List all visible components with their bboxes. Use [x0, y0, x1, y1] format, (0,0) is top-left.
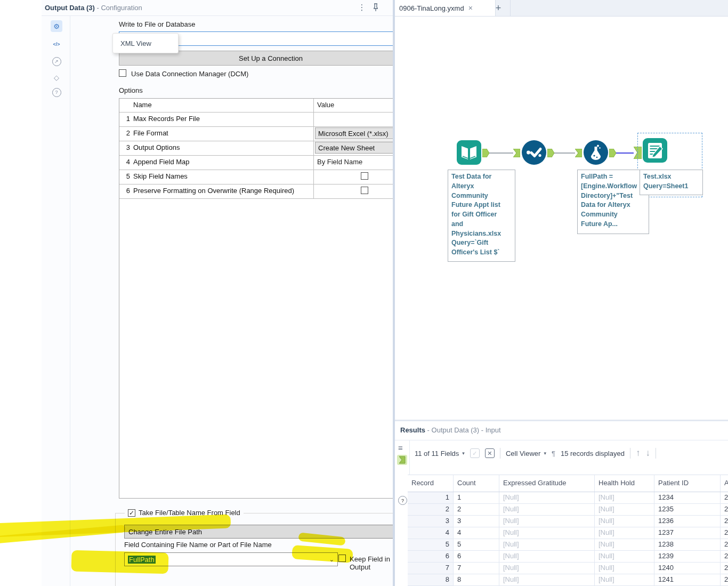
configuration-subtitle: - Configuration: [97, 4, 142, 12]
annotation-formula[interactable]: FullPath = [Engine.Workflow Directory]+"…: [577, 170, 649, 234]
select-tool[interactable]: [521, 140, 547, 165]
col-health-hold[interactable]: Health Hold: [595, 475, 654, 492]
annotation-input[interactable]: Test Data for Alteryx Community Future A…: [448, 170, 515, 262]
results-table: Record Count Expressed Gratitude Health …: [408, 475, 728, 586]
connection-formula-output-selected[interactable]: [616, 152, 634, 154]
cancel-x-icon[interactable]: ✕: [485, 448, 495, 458]
up-arrow-icon[interactable]: ↑: [636, 448, 641, 459]
options-header-value: Value: [317, 101, 334, 109]
output-anchor[interactable]: [482, 149, 489, 157]
xml-view-icon[interactable]: </>: [51, 38, 62, 50]
workflow-canvas[interactable]: 0906-TinaLong.yxmd × +: [395, 0, 728, 420]
annotation-tag-icon[interactable]: ◇: [51, 71, 62, 83]
options-header-name: Name: [133, 101, 152, 109]
table-row[interactable]: 6 6 [Null] [Null] 1239 20: [408, 551, 728, 563]
chevron-down-icon: ▾: [544, 451, 546, 456]
table-row[interactable]: 4 4 [Null] [Null] 1237 20: [408, 527, 728, 539]
pin-icon[interactable]: [371, 3, 381, 14]
toolbar-separator: [630, 448, 630, 459]
configuration-title: Output Data (3) - Configuration: [45, 4, 142, 12]
col-clipped[interactable]: Ad: [721, 475, 728, 492]
option-row-preserve-formatting[interactable]: 6 Preserve Formatting on Overwrite (Rang…: [119, 184, 416, 199]
formula-tool[interactable]: [583, 140, 609, 165]
help-icon[interactable]: ?: [51, 86, 62, 98]
toolbar-separator: [500, 448, 500, 459]
options-grid: Name Value 1 Max Records Per File 2 File…: [119, 98, 417, 499]
tab-label: 0906-TinaLong.yxmd: [399, 4, 464, 12]
dcm-checkbox[interactable]: [119, 69, 126, 77]
xml-view-tooltip: XML View: [112, 33, 179, 53]
cell-viewer-dropdown[interactable]: Cell Viewer: [506, 449, 541, 457]
tool-name: Output Data (3): [45, 4, 95, 12]
take-file-label: Take File/Table Name From Field: [139, 509, 240, 517]
connection-select-formula[interactable]: [554, 152, 575, 154]
option-row-file-format[interactable]: 2 File Format Microsoft Excel (*.xlsx) ⌄: [119, 126, 416, 141]
output-anchor[interactable]: [547, 149, 554, 157]
config-side-tabs: ⚙ </> ↗ ◇ ?: [42, 16, 70, 586]
preserve-formatting-checkbox[interactable]: [361, 187, 368, 194]
down-arrow-icon[interactable]: ↓: [645, 448, 650, 459]
close-icon[interactable]: ×: [468, 4, 473, 12]
chevron-down-icon: ⌄: [329, 556, 334, 563]
document-tab-bar: 0906-TinaLong.yxmd × +: [395, 0, 728, 17]
option-row-output-options[interactable]: 3 Output Options Create New Sheet ⌄: [119, 141, 416, 156]
apply-check-icon[interactable]: ✓: [470, 448, 480, 458]
col-patient-id[interactable]: Patient ID: [654, 475, 721, 492]
input-anchor[interactable]: [575, 149, 582, 157]
results-header: Results - Output Data (3) - Input: [395, 421, 728, 440]
gear-icon[interactable]: ⚙: [51, 20, 62, 32]
take-file-legend: ✓ Take File/Table Name From Field: [125, 509, 244, 517]
pilcrow-icon[interactable]: ¶: [552, 449, 555, 457]
chevron-down-icon: ▾: [462, 451, 465, 456]
table-row[interactable]: 1 1 [Null] [Null] 1234 20: [408, 492, 728, 504]
field-containing-label: Field Containing File Name or Part of Fi…: [124, 541, 272, 549]
alteryx-designer-window: Output Data (3) - Configuration ⋮ ⚙ </> …: [0, 0, 728, 586]
file-path-mode-dropdown[interactable]: Change Entire File Path ⌄: [124, 525, 425, 539]
keep-field-checkbox[interactable]: [338, 555, 346, 562]
field-name-combo[interactable]: FullPath ⌄: [124, 552, 338, 566]
input-data-tool[interactable]: [456, 140, 482, 165]
col-record[interactable]: Record: [408, 475, 454, 492]
input-anchor[interactable]: [513, 149, 520, 157]
field-name-selected: FullPath: [128, 556, 156, 564]
kebab-menu-icon[interactable]: ⋮: [357, 3, 367, 12]
results-header-row: Record Count Expressed Gratitude Health …: [408, 475, 728, 492]
fields-dropdown[interactable]: 11 of 11 Fields: [415, 449, 459, 457]
take-file-groupbox: [115, 513, 422, 586]
take-file-checkbox[interactable]: ✓: [128, 509, 135, 517]
option-row-skip-field-names[interactable]: 5 Skip Field Names: [119, 170, 416, 184]
option-row-append-field-map[interactable]: 4 Append Field Map By Field Name ...: [119, 155, 416, 170]
dcm-label: Use Data Connection Manager (DCM): [131, 70, 248, 78]
list-view-icon[interactable]: ≡: [398, 443, 403, 452]
records-displayed-label: 15 records displayed: [561, 449, 625, 457]
results-toolbar: 11 of 11 Fields ▾ ✓ ✕ Cell Viewer ▾ ¶ 15…: [409, 440, 728, 470]
table-row[interactable]: 2 2 [Null] [Null] 1235 20: [408, 504, 728, 516]
open-window-icon[interactable]: ↗: [51, 55, 62, 67]
option-row-max-records[interactable]: 1 Max Records Per File: [119, 112, 416, 127]
new-tab-button[interactable]: +: [487, 0, 511, 16]
configuration-panel: Output Data (3) - Configuration ⋮ ⚙ </> …: [42, 0, 393, 586]
annotation-output[interactable]: Test.xlsx Query=Sheet1: [640, 170, 703, 195]
table-row[interactable]: 7 7 [Null] [Null] 1240 20: [408, 563, 728, 574]
skip-field-names-checkbox[interactable]: [361, 172, 368, 180]
output-anchor[interactable]: [609, 149, 616, 157]
keep-field-label: Keep Field in Output: [350, 555, 393, 571]
table-row[interactable]: 5 5 [Null] [Null] 1238 20: [408, 539, 728, 551]
toolbar-separator: [656, 448, 656, 459]
table-row[interactable]: 8 8 [Null] [Null] 1241 20: [408, 574, 728, 586]
help-icon[interactable]: ?: [398, 496, 407, 505]
options-label: Options: [119, 86, 143, 94]
col-gratitude[interactable]: Expressed Gratitude: [499, 475, 595, 492]
col-count[interactable]: Count: [454, 475, 499, 492]
table-row[interactable]: 3 3 [Null] [Null] 1236 20: [408, 516, 728, 527]
input-anchor-icon[interactable]: [397, 455, 407, 465]
connection-input-select[interactable]: [489, 152, 513, 154]
configuration-panel-header: Output Data (3) - Configuration ⋮: [42, 0, 393, 16]
results-panel: Results - Output Data (3) - Input ≡ ? 11…: [395, 420, 728, 586]
tab-workflow[interactable]: 0906-TinaLong.yxmd ×: [395, 0, 496, 16]
options-header-row: Name Value: [119, 99, 416, 113]
results-title: Results - Output Data (3) - Input: [400, 426, 501, 434]
write-to-file-label: Write to File or Database: [119, 20, 196, 28]
